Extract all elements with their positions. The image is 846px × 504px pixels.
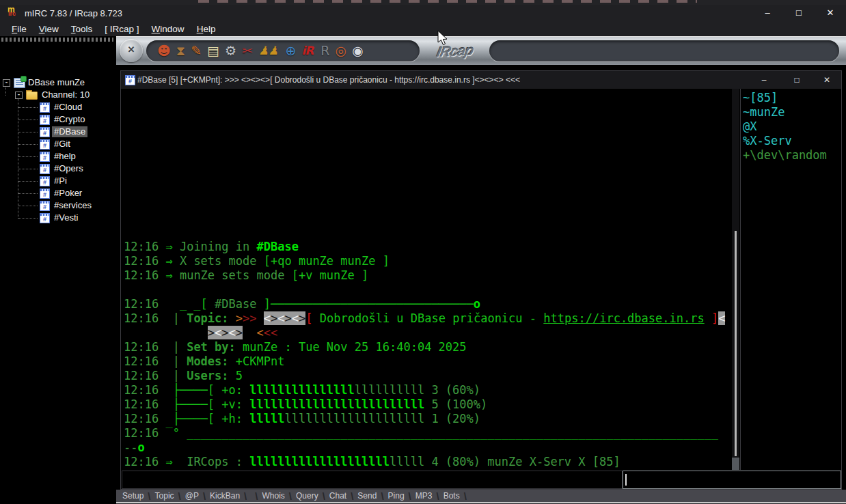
chat-text: 1 (20%) [424,412,480,425]
pen-icon[interactable]: ✎ [191,40,200,61]
onotice-editbox[interactable]: /onotice (Ops:#) [623,471,841,489]
statusbar-button-bots[interactable]: Bots [441,491,462,501]
tree-channel-pi[interactable]: #Pi [0,175,116,187]
chat-text: ⇒ [165,455,172,468]
chat-text: 12:16 [124,369,173,382]
scrollbar-thumb[interactable] [735,231,737,456]
chat-text: 12:16 [124,268,165,282]
tree-channel-crypto[interactable]: #Crypto [0,113,116,126]
chat-text: | [173,369,187,382]
close-button[interactable]: ✕ [820,5,841,21]
statusbar-button-p[interactable]: @P [183,491,201,501]
chat-text: > [236,311,243,325]
tree-channel-git[interactable]: #Git [0,138,116,150]
hourglass-icon[interactable]: ⧗ [176,40,183,61]
chat-text: 12:16 [124,354,173,368]
statusbar-button-send[interactable]: Send [355,491,379,501]
chat-text: ] [257,297,271,311]
channel-titlebar[interactable]: #DBase [5] [+CKMPnt]: >>> <><><>[ Dobrod… [121,71,841,89]
statusbar-button-mp3[interactable]: MP3 [413,491,435,501]
minimize-button[interactable]: – [757,5,778,21]
statusbar-button-setup[interactable]: Setup [120,491,146,501]
menu-window[interactable]: Window [146,24,191,34]
channel-tree: -DBase munZe-Channel: 10#Cloud#Crypto#DB… [0,36,116,504]
swiss-knife-icon[interactable]: ✂ [242,40,251,61]
globe-icon[interactable]: ⊕ [285,40,294,61]
channel-icon [40,201,50,211]
tree-channel-poker[interactable]: #Poker [0,187,116,199]
channel-icon [40,176,50,186]
tree-channel-services[interactable]: #services [0,199,116,212]
text-caret [625,474,627,486]
topic-url-link[interactable]: https://irc.dbase.in.rs [543,311,704,325]
nut-icon[interactable]: ⚙ [225,40,234,61]
maximize-button[interactable]: □ [788,72,806,87]
tree-channel-dbase[interactable]: #DBase [0,126,116,138]
channel-label: #help [52,151,78,162]
menu-tools[interactable]: Tools [65,24,99,34]
tree-server-item[interactable]: -DBase munZe [0,76,116,89]
chat-text: Topic: [187,311,236,325]
chat-line: --o [124,440,725,455]
chat-line: 12:16 | Modes: +CKMPnt [124,354,725,369]
statusbar-button-query[interactable]: Query [294,491,320,501]
chat-text: | [173,340,187,354]
chat-text: ‾° [165,426,179,440]
chat-scrollbar[interactable] [732,89,739,470]
chat-text: +v: [221,397,249,411]
nicklist-item[interactable]: +\dev\random [743,148,841,163]
ircap-ir-icon[interactable]: iR [301,40,313,61]
background-window-text-fragment [198,0,697,3]
menu-ircap[interactable]: [ IRcap ] [98,24,145,34]
statusbar-button-chat[interactable]: Chat [327,491,349,501]
chat-text: [+v munZe ] [292,268,369,282]
statusbar-button-ping[interactable]: Ping [386,491,407,501]
close-button[interactable]: ✕ [818,72,836,87]
chat-text: < [292,311,299,325]
minimize-button[interactable]: – [755,72,773,87]
statusbar-button-whois[interactable]: Whois [260,491,286,501]
chat-text: ⇒ [165,240,172,253]
channel-title: #DBase [5] [+CKMPnt]: >>> <><><>[ Dobrod… [137,75,520,85]
menu-view[interactable]: View [33,24,65,34]
statusbar-button-kickban[interactable]: KickBan [208,491,242,501]
notepad-icon[interactable]: ▤ [207,40,217,61]
nicklist-item[interactable]: @X [743,120,841,134]
nicklist-item[interactable]: ~munZe [743,105,841,120]
tree-channel-folder[interactable]: -Channel: 10 [0,89,116,101]
chat-line: 12:16 ├────[ +o: lllllllllllllllllllllll… [124,383,725,397]
menu-file[interactable]: File [5,24,33,34]
message-editbox[interactable] [122,471,623,489]
channel-label: #Crypto [52,114,87,125]
users-icon[interactable]: ♟♟ [258,40,277,61]
maximize-button[interactable]: □ [789,5,809,21]
lifesaver-icon[interactable]: ◎ [336,40,345,61]
chat-text: > [208,326,215,339]
chat-text: lllllllllllllll [249,383,355,397]
chat-text: _ _[ [180,297,215,311]
channel-label: #services [52,200,94,211]
nicklist-item[interactable]: %X-Serv [743,134,841,148]
nicklist-item[interactable]: ~[85] [743,91,841,105]
collapse-toggle-icon[interactable]: - [15,92,23,99]
chat-text: Joining in [173,240,257,253]
statusbar-button-topic[interactable]: Topic [153,491,176,501]
tree-channel-help[interactable]: #help [0,150,116,163]
chat-text: X sets mode [173,254,264,268]
toolbar-close-button[interactable] [120,39,143,62]
chat-line: 12:16 | Set by: munZe : Tue Nov 25 16:40… [124,340,725,354]
cd-icon[interactable]: ◉ [352,40,361,61]
tree-channel-vesti[interactable]: #Vesti [0,212,116,224]
separator: \ [253,490,260,502]
separator: \ [407,490,413,502]
channel-label: #Cloud [52,102,84,113]
separator: \ [146,490,152,502]
collapse-toggle-icon[interactable]: - [3,79,10,87]
menu-help[interactable]: Help [191,24,222,34]
r-logo-icon[interactable]: R [320,40,327,61]
chat-line: 12:16 ⇒ IRCops : lllllllllllllllllllllll… [124,455,725,469]
smiley-icon[interactable]: ☻ [157,40,169,61]
chat-message-area: 12:16 ⇒ Joining in #DBase12:16 ⇒ X sets … [122,89,731,470]
tree-channel-cloud[interactable]: #Cloud [0,101,116,113]
tree-channel-opers[interactable]: #Opers [0,163,116,175]
